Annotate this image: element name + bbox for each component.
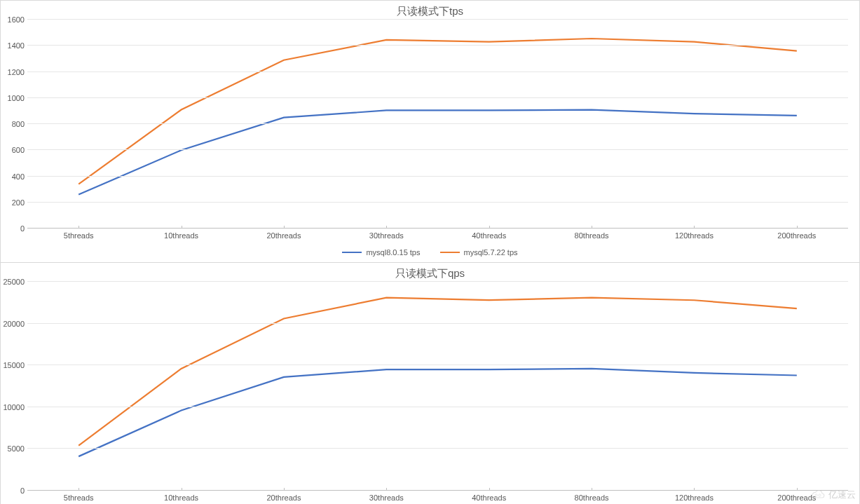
chart-title: 只读模式下qps: [1, 263, 859, 282]
legend-item: mysql8.0.15 tps: [342, 248, 420, 257]
grid-line: [27, 365, 848, 365]
grid-line: [27, 71, 848, 72]
legend-swatch: [440, 252, 460, 253]
x-tick-label: 5threads: [27, 229, 130, 244]
grid-line: [27, 281, 848, 282]
x-tick-label: 120threads: [643, 491, 745, 504]
x-tick-label: 200threads: [746, 229, 848, 244]
y-tick-label: 1400: [8, 41, 25, 50]
legend-item: mysql5.7.22 tps: [440, 248, 518, 257]
y-tick-label: 20000: [3, 320, 25, 328]
x-tick-label: 5threads: [27, 491, 130, 504]
x-tick-label: 40threads: [438, 229, 540, 244]
series-line: [79, 369, 797, 456]
grid-line: [27, 323, 848, 324]
y-axis: 02004006008001000120014001600: [1, 20, 27, 229]
y-tick-label: 1600: [8, 15, 25, 24]
legend-swatch: [342, 252, 362, 253]
y-tick-label: 0: [20, 486, 25, 495]
x-tick-label: 10threads: [130, 229, 232, 244]
x-tick-label: 30threads: [335, 491, 437, 504]
grid-line: [27, 45, 848, 46]
x-tick-label: 80threads: [540, 229, 643, 244]
chart-qps: 只读模式下qps 0500010000150002000025000 5thre…: [0, 263, 860, 504]
x-tick-label: 80threads: [540, 491, 643, 504]
grid-line: [27, 202, 848, 203]
plot-area: 02004006008001000120014001600: [1, 20, 859, 229]
y-tick-label: 5000: [8, 444, 25, 453]
x-tick-label: 20threads: [233, 229, 335, 244]
x-tick-label: 20threads: [233, 491, 335, 504]
plot: [27, 20, 848, 229]
x-tick-label: 10threads: [130, 491, 232, 504]
x-tick-label: 40threads: [438, 491, 540, 504]
x-axis: 5threads10threads20threads30threads40thr…: [27, 229, 848, 244]
y-axis: 0500010000150002000025000: [1, 282, 27, 491]
y-tick-label: 600: [12, 146, 25, 154]
grid-line: [27, 448, 848, 449]
y-tick-label: 25000: [3, 278, 25, 286]
grid-line: [27, 19, 848, 20]
plot-area: 0500010000150002000025000: [1, 282, 859, 491]
grid-line: [27, 97, 848, 98]
legend-label: mysql8.0.15 tps: [366, 248, 420, 257]
line-layer: [27, 282, 848, 491]
x-tick-label: 120threads: [643, 229, 745, 244]
series-line: [79, 110, 797, 195]
y-tick-label: 200: [12, 198, 25, 207]
y-tick-label: 1200: [8, 68, 25, 76]
legend-label: mysql5.7.22 tps: [464, 248, 518, 257]
x-tick-label: 200threads: [746, 491, 848, 504]
line-layer: [27, 20, 848, 229]
y-tick-label: 1000: [8, 94, 25, 102]
plot: [27, 282, 848, 491]
y-tick-label: 10000: [3, 403, 25, 411]
y-tick-label: 800: [12, 120, 25, 128]
y-tick-label: 400: [12, 172, 25, 181]
chart-tps: 只读模式下tps 02004006008001000120014001600 5…: [0, 0, 860, 263]
grid-line: [27, 123, 848, 124]
grid-line: [27, 149, 848, 150]
series-line: [79, 298, 797, 446]
grid-line: [27, 176, 848, 177]
series-line: [79, 39, 797, 184]
y-tick-label: 0: [20, 224, 25, 233]
grid-line: [27, 407, 848, 407]
x-tick-label: 30threads: [335, 229, 437, 244]
x-axis: 5threads10threads20threads30threads40thr…: [27, 491, 848, 504]
legend: mysql8.0.15 tpsmysql5.7.22 tps: [1, 244, 859, 262]
chart-title: 只读模式下tps: [1, 1, 859, 20]
y-tick-label: 15000: [3, 361, 25, 369]
